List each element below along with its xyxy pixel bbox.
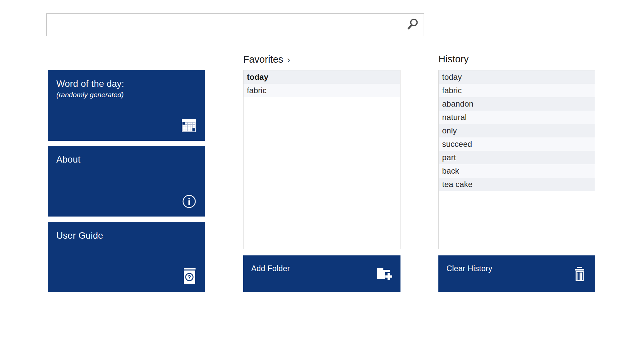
search-input[interactable] [47, 14, 401, 36]
clear-history-button[interactable]: Clear History [438, 255, 595, 292]
list-item[interactable]: fabric [439, 84, 595, 97]
search-box [46, 13, 424, 36]
word-of-day-subtitle: (randomly generated) [56, 91, 124, 99]
svg-text:?: ? [187, 274, 191, 281]
history-header-label: History [438, 54, 469, 65]
list-item[interactable]: only [439, 124, 595, 137]
list-item[interactable]: abandon [439, 97, 595, 111]
search-icon [407, 18, 419, 32]
list-item[interactable]: part [439, 151, 595, 164]
list-item[interactable]: natural [439, 111, 595, 124]
clear-history-label: Clear History [446, 264, 492, 273]
list-item[interactable]: back [439, 164, 595, 178]
app-window: Word of the day: (randomly generated) Ab… [0, 0, 644, 362]
add-folder-icon [376, 267, 392, 281]
favorites-list: todayfabric [243, 70, 400, 249]
info-icon [182, 194, 196, 208]
history-list: todayfabricabandonnaturalonlysucceedpart… [438, 70, 595, 249]
user-guide-title: User Guide [56, 231, 103, 241]
list-item[interactable]: today [244, 70, 400, 84]
add-folder-button[interactable]: Add Folder [243, 255, 400, 292]
calendar-icon [181, 119, 196, 133]
list-item[interactable]: today [439, 70, 595, 84]
word-of-day-title: Word of the day: [56, 79, 124, 89]
favorites-header[interactable]: Favorites › [243, 54, 290, 65]
add-folder-label: Add Folder [251, 264, 290, 273]
chevron-right-icon: › [287, 54, 290, 65]
user-guide-tile[interactable]: User Guide ? [48, 222, 205, 292]
favorites-header-label: Favorites [243, 54, 283, 65]
history-header: History [438, 54, 469, 65]
help-book-icon: ? [183, 268, 196, 284]
search-button[interactable] [403, 15, 422, 35]
word-of-day-tile[interactable]: Word of the day: (randomly generated) [48, 70, 205, 141]
about-tile[interactable]: About [48, 146, 205, 217]
list-item[interactable]: fabric [244, 84, 400, 97]
list-item[interactable]: tea cake [439, 178, 595, 191]
about-title: About [56, 155, 80, 165]
trash-icon [574, 267, 586, 282]
list-item[interactable]: succeed [439, 137, 595, 151]
